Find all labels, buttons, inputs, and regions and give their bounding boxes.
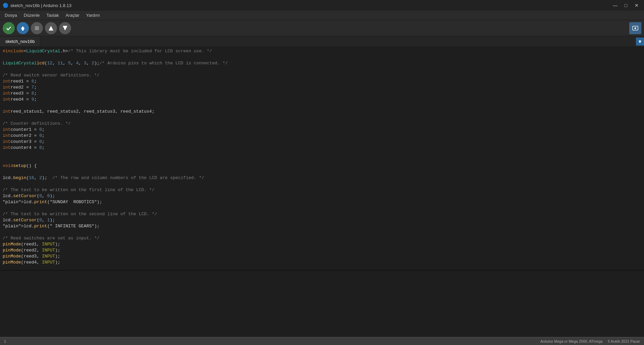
toolbar-right <box>629 22 641 34</box>
title-bar-left: 🔵 sketch_nov16b | Arduino 1.8.13 <box>3 3 71 8</box>
code-line <box>0 181 644 187</box>
maximize-button[interactable]: □ <box>621 2 631 9</box>
tab-bar-right: ▼ <box>636 38 644 46</box>
code-line: int reed_status1, reed_status2, reed_sta… <box>0 109 644 115</box>
code-line <box>0 54 644 60</box>
serial-monitor-button[interactable] <box>629 22 641 34</box>
code-line: "plain">lcd.print(" INFINITE GEARS"); <box>0 223 644 229</box>
toolbar <box>0 20 644 36</box>
code-line: pinMode(reed2, INPUT); <box>0 247 644 253</box>
code-line: "plain">lcd.print("SUNDAY ROBOTICS"); <box>0 199 644 205</box>
minimize-button[interactable]: — <box>610 2 620 9</box>
tab-bar: sketch_nov16b ▼ <box>0 36 644 47</box>
title-text: sketch_nov16b | Arduino 1.8.13 <box>10 3 71 8</box>
upload-button[interactable] <box>17 22 29 34</box>
status-bar: 1 Arduino Mega or Mega 2560, ATmega 5 Ar… <box>0 337 644 345</box>
code-line <box>0 66 644 72</box>
menu-yardim[interactable]: Yardım <box>83 11 103 19</box>
code-line <box>0 229 644 235</box>
svg-marker-0 <box>21 26 25 31</box>
menu-dosya[interactable]: Dosya <box>1 11 20 19</box>
code-line: lcd.begin(16, 2); /* The row and column … <box>0 175 644 181</box>
menu-duzenle[interactable]: Düzenle <box>20 11 43 19</box>
code-line: pinMode(reed3, INPUT); <box>0 253 644 260</box>
svg-marker-3 <box>63 26 67 31</box>
code-line: int reed4 = 9; <box>0 97 644 103</box>
menu-taslak[interactable]: Taslak <box>43 11 62 19</box>
verify-button[interactable] <box>3 22 15 34</box>
svg-rect-1 <box>35 26 39 30</box>
line-number: 1 <box>4 339 6 343</box>
tab-dropdown-button[interactable]: ▼ <box>636 38 644 46</box>
code-line <box>0 169 644 175</box>
code-line: int counter2 = 0; <box>0 133 644 139</box>
code-line: int counter3 = 0; <box>0 139 644 145</box>
code-line: lcd.setCursor(0, 0); <box>0 193 644 199</box>
code-line: #include <LiquidCrystal.h> /* This libra… <box>0 48 644 54</box>
window-controls: — □ ✕ <box>610 2 641 9</box>
code-line: pinMode(reed4, INPUT); <box>0 260 644 266</box>
new-button[interactable] <box>45 22 57 34</box>
code-line: int reed3 = 8; <box>0 91 644 97</box>
code-line: /* The text to be written on the second … <box>0 211 644 217</box>
svg-marker-2 <box>49 26 53 31</box>
code-line: int counter4 = 0; <box>0 145 644 151</box>
code-line: /* Reed switch sensor definitions. */ <box>0 72 644 78</box>
code-line: /* Counter definitions. */ <box>0 121 644 127</box>
code-line: /* Reed switches are set as input. */ <box>0 235 644 241</box>
sketch-tab[interactable]: sketch_nov16b <box>0 37 40 46</box>
code-line <box>0 103 644 109</box>
menu-bar: Dosya Düzenle Taslak Araçlar Yardım <box>0 11 644 20</box>
open-button[interactable] <box>59 22 71 34</box>
code-line <box>0 115 644 121</box>
code-line: pinMode(reed1, INPUT); <box>0 241 644 247</box>
debug-button[interactable] <box>31 22 43 34</box>
code-line: /* The text to be written on the first l… <box>0 187 644 193</box>
code-line: LiquidCrystal lcd(12, 11, 5, 4, 3, 2); /… <box>0 60 644 66</box>
bottom-panel <box>0 270 644 337</box>
code-line: lcd.setCursor(0, 1); <box>0 217 644 223</box>
code-line <box>0 205 644 211</box>
title-bar: 🔵 sketch_nov16b | Arduino 1.8.13 — □ ✕ <box>0 0 644 11</box>
sketch-tab-label: sketch_nov16b <box>5 39 35 44</box>
code-line <box>0 151 644 157</box>
menu-araclar[interactable]: Araçlar <box>62 11 83 19</box>
code-line <box>0 266 644 270</box>
code-line: int reed1 = 6; <box>0 78 644 84</box>
code-line: int counter1 = 0; <box>0 127 644 133</box>
svg-point-5 <box>635 27 636 29</box>
close-button[interactable]: ✕ <box>632 2 641 9</box>
code-editor[interactable]: #include <LiquidCrystal.h> /* This libra… <box>0 47 644 270</box>
app-icon: 🔵 <box>3 3 8 8</box>
code-line: int reed2 = 7; <box>0 84 644 91</box>
board-info: Arduino Mega or Mega 2560, ATmega 5 Aral… <box>540 339 640 343</box>
code-line <box>0 157 644 163</box>
code-line: void setup() { <box>0 163 644 169</box>
